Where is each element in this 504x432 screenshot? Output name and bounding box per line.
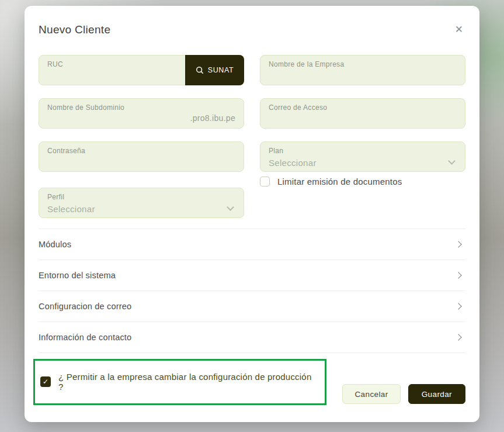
new-client-modal: Nuevo Cliente ✕ RUC SUNAT Nombre de la E… [25, 6, 479, 422]
ruc-label: RUC [47, 60, 63, 68]
correo-input[interactable]: Correo de Acceso [260, 98, 465, 129]
accordion-list: Módulos Entorno del sistema Configuracio… [39, 229, 465, 353]
subdominio-suffix: .pro8.ibu.pe [190, 113, 235, 123]
accordion-label: Entorno del sistema [39, 271, 116, 280]
contrasena-label: Contraseña [47, 147, 85, 155]
form-grid-limitar: Limitar emisión de documentos [39, 174, 465, 186]
form-grid-perfil: Perfil Seleccionar [39, 188, 465, 218]
chevron-right-icon [455, 272, 461, 278]
production-checkbox[interactable]: ✓ [40, 376, 51, 387]
sunat-button-label: SUNAT [208, 66, 234, 74]
chevron-down-icon [227, 203, 234, 211]
perfil-spacer [260, 188, 465, 218]
empresa-input[interactable]: Nombre de la Empresa [260, 55, 465, 85]
screen-background: Nuevo Cliente ✕ RUC SUNAT Nombre de la E… [0, 0, 504, 432]
search-icon [196, 66, 204, 74]
accordion-label: Configuracion de correo [39, 302, 131, 311]
chevron-down-icon [448, 157, 456, 165]
sunat-button[interactable]: SUNAT [185, 55, 244, 85]
modal-header: Nuevo Cliente ✕ [39, 6, 465, 36]
perfil-select[interactable]: Perfil Seleccionar [39, 188, 244, 218]
perfil-selected-value: Seleccionar [47, 204, 95, 214]
subdominio-label: Nombre de Subdominio [47, 103, 124, 112]
highlight-annotation-box: ✓ ¿ Permitir a la empresa cambiar la con… [33, 359, 326, 405]
form-grid-main: RUC SUNAT Nombre de la Empresa Nombre de… [39, 55, 465, 172]
modal-title: Nuevo Cliente [39, 23, 110, 36]
close-icon[interactable]: ✕ [453, 23, 465, 36]
limitar-checkbox[interactable] [260, 177, 270, 186]
accordion-label: Información de contacto [39, 333, 131, 342]
chevron-right-icon [455, 303, 461, 309]
ruc-input[interactable]: RUC SUNAT [39, 55, 244, 85]
plan-select[interactable]: Plan Seleccionar [260, 141, 465, 172]
limitar-label: Limitar emisión de documentos [277, 177, 402, 186]
plan-label: Plan [269, 147, 283, 155]
limitar-row: Limitar emisión de documentos [260, 177, 465, 186]
accordion-entorno[interactable]: Entorno del sistema [39, 260, 465, 291]
accordion-correo[interactable]: Configuracion de correo [39, 291, 465, 322]
subdominio-input[interactable]: Nombre de Subdominio .pro8.ibu.pe [39, 98, 244, 129]
chevron-right-icon [455, 241, 461, 247]
accordion-modulos[interactable]: Módulos [39, 229, 465, 260]
accordion-contacto[interactable]: Información de contacto [39, 322, 465, 353]
cancel-button[interactable]: Cancelar [342, 384, 400, 404]
modal-footer: Cancelar Guardar [342, 384, 465, 404]
correo-label: Correo de Acceso [269, 103, 327, 112]
contrasena-input[interactable]: Contraseña [39, 141, 244, 172]
empresa-label: Nombre de la Empresa [269, 60, 344, 68]
production-label: ¿ Permitir a la empresa cambiar la confi… [58, 372, 319, 392]
save-button[interactable]: Guardar [408, 384, 465, 404]
chevron-right-icon [455, 334, 461, 340]
plan-selected-value: Seleccionar [269, 158, 317, 168]
accordion-label: Módulos [39, 240, 71, 249]
perfil-label: Perfil [47, 193, 64, 201]
limitar-spacer [39, 174, 244, 186]
